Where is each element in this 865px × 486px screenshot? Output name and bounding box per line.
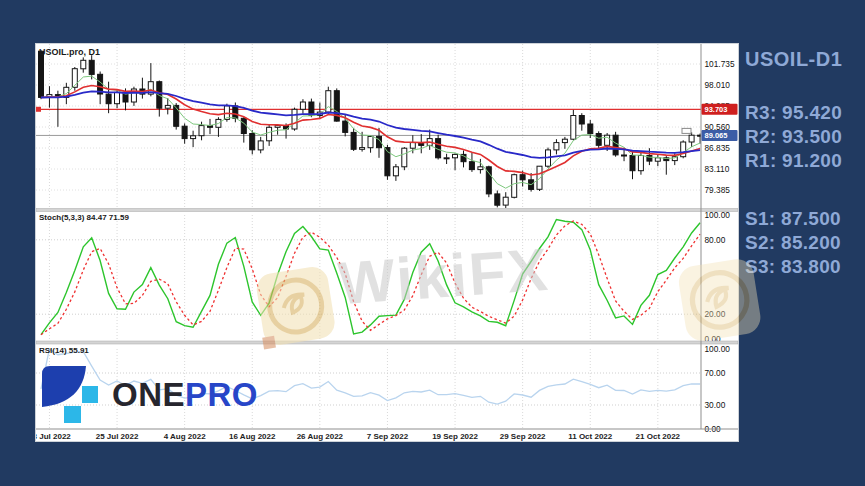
svg-text:16 Aug 2022: 16 Aug 2022 (229, 432, 276, 441)
svg-text:70.00: 70.00 (705, 368, 726, 378)
svg-text:30.00: 30.00 (705, 400, 726, 410)
svg-text:89.065: 89.065 (705, 131, 728, 140)
chart-panel: 13 Jul 202225 Jul 20224 Aug 202216 Aug 2… (35, 43, 739, 442)
price-chart[interactable]: 13 Jul 202225 Jul 20224 Aug 202216 Aug 2… (36, 44, 738, 441)
svg-text:101.735: 101.735 (705, 59, 735, 69)
svg-text:7 Sep 2022: 7 Sep 2022 (367, 432, 409, 441)
svg-text:26 Aug 2022: 26 Aug 2022 (297, 432, 344, 441)
pivot-r2: R2: 93.500 (745, 125, 842, 149)
svg-text:98.010: 98.010 (705, 80, 731, 90)
svg-text:80.00: 80.00 (705, 235, 726, 245)
svg-text:93.703: 93.703 (705, 105, 728, 114)
pivot-r1: R1: 91.200 (745, 149, 842, 173)
support-levels: S1: 87.500 S2: 85.200 S3: 83.800 (745, 207, 842, 279)
resistance-levels: R3: 95.420 R2: 93.500 R1: 91.200 (745, 101, 842, 173)
pivot-sidebar: USOIL-D1 R3: 95.420 R2: 93.500 R1: 91.20… (745, 48, 842, 279)
svg-text:20.00: 20.00 (705, 309, 726, 319)
svg-text:86.835: 86.835 (705, 143, 731, 153)
pivot-s2: S2: 85.200 (745, 231, 842, 255)
svg-text:4 Aug 2022: 4 Aug 2022 (164, 432, 206, 441)
svg-text:29 Sep 2022: 29 Sep 2022 (500, 432, 546, 441)
sidebar-symbol-title: USOIL-D1 (745, 48, 842, 71)
svg-text:100.00: 100.00 (705, 344, 731, 354)
svg-text:21 Oct 2022: 21 Oct 2022 (636, 432, 681, 441)
page-background: 13 Jul 202225 Jul 20224 Aug 202216 Aug 2… (0, 0, 865, 486)
svg-text:13 Jul 2022: 13 Jul 2022 (36, 432, 71, 441)
svg-text:79.385: 79.385 (705, 185, 731, 195)
svg-text:19 Sep 2022: 19 Sep 2022 (432, 432, 478, 441)
svg-text:11 Oct 2022: 11 Oct 2022 (568, 432, 613, 441)
svg-text:25 Jul 2022: 25 Jul 2022 (96, 432, 139, 441)
svg-text:83.110: 83.110 (705, 164, 730, 174)
pivot-s1: S1: 87.500 (745, 207, 842, 231)
pivot-s3: S3: 83.800 (745, 255, 842, 279)
pivot-r3: R3: 95.420 (745, 101, 842, 125)
